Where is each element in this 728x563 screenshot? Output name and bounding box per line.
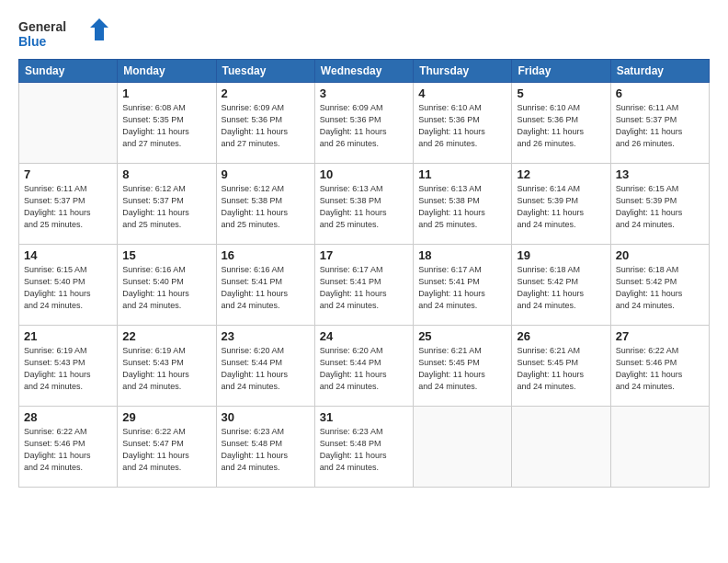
calendar-cell: 30Sunrise: 6:23 AM Sunset: 5:48 PM Dayli… [216, 407, 314, 488]
day-info: Sunrise: 6:13 AM Sunset: 5:38 PM Dayligh… [320, 183, 408, 231]
day-info: Sunrise: 6:08 AM Sunset: 5:35 PM Dayligh… [122, 102, 210, 150]
day-info: Sunrise: 6:22 AM Sunset: 5:47 PM Dayligh… [122, 426, 210, 474]
day-number: 18 [418, 248, 506, 262]
day-number: 20 [616, 248, 704, 262]
calendar-cell: 27Sunrise: 6:22 AM Sunset: 5:46 PM Dayli… [610, 326, 709, 407]
calendar-cell: 31Sunrise: 6:23 AM Sunset: 5:48 PM Dayli… [314, 407, 413, 488]
day-info: Sunrise: 6:20 AM Sunset: 5:44 PM Dayligh… [222, 345, 310, 393]
day-info: Sunrise: 6:09 AM Sunset: 5:36 PM Dayligh… [222, 102, 310, 150]
day-info: Sunrise: 6:17 AM Sunset: 5:41 PM Dayligh… [320, 264, 408, 312]
day-info: Sunrise: 6:16 AM Sunset: 5:41 PM Dayligh… [222, 264, 310, 312]
week-row-4: 21Sunrise: 6:19 AM Sunset: 5:43 PM Dayli… [19, 326, 710, 407]
day-info: Sunrise: 6:14 AM Sunset: 5:39 PM Dayligh… [517, 183, 605, 231]
weekday-saturday: Saturday [610, 60, 709, 83]
calendar-cell: 5Sunrise: 6:10 AM Sunset: 5:36 PM Daylig… [512, 83, 610, 164]
weekday-monday: Monday [118, 60, 216, 83]
day-info: Sunrise: 6:11 AM Sunset: 5:37 PM Dayligh… [24, 183, 112, 231]
day-number: 7 [24, 167, 112, 181]
day-number: 30 [222, 410, 310, 424]
calendar-cell: 17Sunrise: 6:17 AM Sunset: 5:41 PM Dayli… [314, 245, 413, 326]
svg-marker-2 [90, 18, 108, 40]
calendar-cell: 11Sunrise: 6:13 AM Sunset: 5:38 PM Dayli… [414, 164, 512, 245]
day-info: Sunrise: 6:18 AM Sunset: 5:42 PM Dayligh… [517, 264, 605, 312]
day-info: Sunrise: 6:09 AM Sunset: 5:36 PM Dayligh… [320, 102, 408, 150]
weekday-friday: Friday [512, 60, 610, 83]
day-number: 17 [320, 248, 408, 262]
weekday-sunday: Sunday [19, 60, 118, 83]
calendar-cell: 26Sunrise: 6:21 AM Sunset: 5:45 PM Dayli… [512, 326, 610, 407]
logo-svg: General Blue [18, 17, 110, 52]
day-number: 1 [122, 86, 210, 100]
calendar-body: 1Sunrise: 6:08 AM Sunset: 5:35 PM Daylig… [19, 83, 710, 488]
day-info: Sunrise: 6:11 AM Sunset: 5:37 PM Dayligh… [616, 102, 704, 150]
day-number: 15 [122, 248, 210, 262]
day-number: 23 [222, 329, 310, 343]
day-number: 28 [24, 410, 112, 424]
calendar-cell [19, 83, 118, 164]
calendar-cell: 21Sunrise: 6:19 AM Sunset: 5:43 PM Dayli… [19, 326, 118, 407]
day-number: 16 [222, 248, 310, 262]
day-info: Sunrise: 6:10 AM Sunset: 5:36 PM Dayligh… [418, 102, 506, 150]
day-number: 8 [122, 167, 210, 181]
day-number: 9 [222, 167, 310, 181]
calendar-cell: 14Sunrise: 6:15 AM Sunset: 5:40 PM Dayli… [19, 245, 118, 326]
day-number: 25 [418, 329, 506, 343]
calendar-cell: 20Sunrise: 6:18 AM Sunset: 5:42 PM Dayli… [610, 245, 709, 326]
day-number: 6 [616, 86, 704, 100]
day-info: Sunrise: 6:22 AM Sunset: 5:46 PM Dayligh… [616, 345, 704, 393]
week-row-1: 1Sunrise: 6:08 AM Sunset: 5:35 PM Daylig… [19, 83, 710, 164]
day-info: Sunrise: 6:21 AM Sunset: 5:45 PM Dayligh… [517, 345, 605, 393]
day-number: 14 [24, 248, 112, 262]
calendar-cell [512, 407, 610, 488]
day-number: 21 [24, 329, 112, 343]
calendar-cell: 7Sunrise: 6:11 AM Sunset: 5:37 PM Daylig… [19, 164, 118, 245]
logo: General Blue [18, 17, 110, 52]
calendar-cell: 4Sunrise: 6:10 AM Sunset: 5:36 PM Daylig… [414, 83, 512, 164]
calendar-cell: 10Sunrise: 6:13 AM Sunset: 5:38 PM Dayli… [314, 164, 413, 245]
calendar-cell: 2Sunrise: 6:09 AM Sunset: 5:36 PM Daylig… [216, 83, 314, 164]
day-number: 3 [320, 86, 408, 100]
day-info: Sunrise: 6:12 AM Sunset: 5:37 PM Dayligh… [122, 183, 210, 231]
day-info: Sunrise: 6:19 AM Sunset: 5:43 PM Dayligh… [24, 345, 112, 393]
day-number: 19 [517, 248, 605, 262]
day-number: 11 [418, 167, 506, 181]
calendar-cell: 15Sunrise: 6:16 AM Sunset: 5:40 PM Dayli… [118, 245, 216, 326]
day-info: Sunrise: 6:13 AM Sunset: 5:38 PM Dayligh… [418, 183, 506, 231]
day-number: 26 [517, 329, 605, 343]
calendar-cell [610, 407, 709, 488]
calendar-cell [414, 407, 512, 488]
day-info: Sunrise: 6:12 AM Sunset: 5:38 PM Dayligh… [222, 183, 310, 231]
day-info: Sunrise: 6:20 AM Sunset: 5:44 PM Dayligh… [320, 345, 408, 393]
day-info: Sunrise: 6:23 AM Sunset: 5:48 PM Dayligh… [320, 426, 408, 474]
day-number: 2 [222, 86, 310, 100]
calendar-cell: 29Sunrise: 6:22 AM Sunset: 5:47 PM Dayli… [118, 407, 216, 488]
day-info: Sunrise: 6:21 AM Sunset: 5:45 PM Dayligh… [418, 345, 506, 393]
day-info: Sunrise: 6:10 AM Sunset: 5:36 PM Dayligh… [517, 102, 605, 150]
svg-text:Blue: Blue [18, 34, 47, 49]
day-info: Sunrise: 6:22 AM Sunset: 5:46 PM Dayligh… [24, 426, 112, 474]
day-number: 29 [122, 410, 210, 424]
calendar-cell: 1Sunrise: 6:08 AM Sunset: 5:35 PM Daylig… [118, 83, 216, 164]
day-info: Sunrise: 6:17 AM Sunset: 5:41 PM Dayligh… [418, 264, 506, 312]
day-number: 24 [320, 329, 408, 343]
calendar-cell: 12Sunrise: 6:14 AM Sunset: 5:39 PM Dayli… [512, 164, 610, 245]
day-number: 13 [616, 167, 704, 181]
calendar-cell: 22Sunrise: 6:19 AM Sunset: 5:43 PM Dayli… [118, 326, 216, 407]
calendar-cell: 24Sunrise: 6:20 AM Sunset: 5:44 PM Dayli… [314, 326, 413, 407]
weekday-thursday: Thursday [414, 60, 512, 83]
calendar-cell: 8Sunrise: 6:12 AM Sunset: 5:37 PM Daylig… [118, 164, 216, 245]
day-info: Sunrise: 6:18 AM Sunset: 5:42 PM Dayligh… [616, 264, 704, 312]
week-row-3: 14Sunrise: 6:15 AM Sunset: 5:40 PM Dayli… [19, 245, 710, 326]
weekday-header: SundayMondayTuesdayWednesdayThursdayFrid… [19, 60, 710, 83]
calendar-cell: 28Sunrise: 6:22 AM Sunset: 5:46 PM Dayli… [19, 407, 118, 488]
calendar-cell: 18Sunrise: 6:17 AM Sunset: 5:41 PM Dayli… [414, 245, 512, 326]
day-info: Sunrise: 6:16 AM Sunset: 5:40 PM Dayligh… [122, 264, 210, 312]
calendar-cell: 13Sunrise: 6:15 AM Sunset: 5:39 PM Dayli… [610, 164, 709, 245]
day-number: 22 [122, 329, 210, 343]
svg-text:General: General [18, 19, 66, 34]
calendar-cell: 25Sunrise: 6:21 AM Sunset: 5:45 PM Dayli… [414, 326, 512, 407]
calendar: SundayMondayTuesdayWednesdayThursdayFrid… [18, 59, 710, 488]
weekday-wednesday: Wednesday [314, 60, 413, 83]
day-number: 27 [616, 329, 704, 343]
calendar-cell: 16Sunrise: 6:16 AM Sunset: 5:41 PM Dayli… [216, 245, 314, 326]
